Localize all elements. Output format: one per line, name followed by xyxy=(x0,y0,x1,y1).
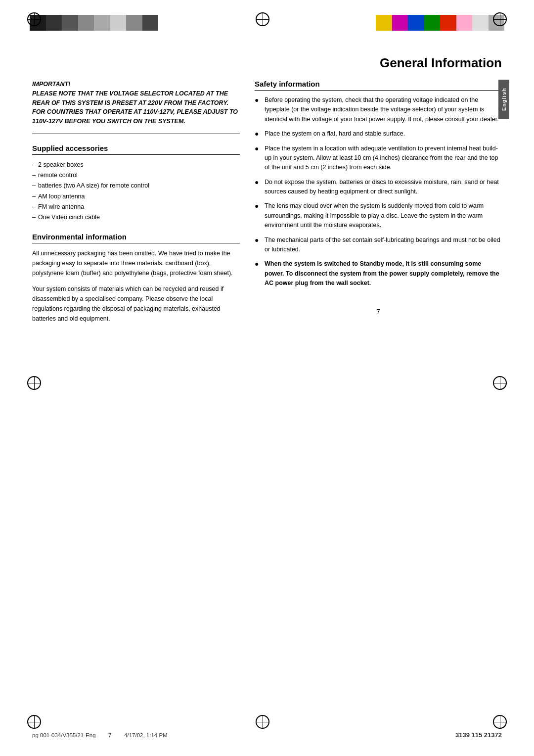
reg-mark-bottom-right xyxy=(493,715,507,729)
footer-center-page: 7 xyxy=(108,732,111,738)
supplied-accessories-heading: Supplied accessories xyxy=(32,144,240,155)
reg-mark-top-center xyxy=(256,12,269,26)
safety-list: Before operating the system, check that … xyxy=(255,95,502,288)
environmental-text-1: All unnecessary packaging has been omitt… xyxy=(32,248,240,278)
list-item: The mechanical parts of the set contain … xyxy=(255,236,502,255)
important-text: PLEASE NOTE THAT THE VOLTAGE SELECTOR LO… xyxy=(32,90,238,125)
reg-mark-top-right xyxy=(493,12,507,26)
reg-mark-bottom-center xyxy=(256,715,269,729)
list-item: The lens may cloud over when the system … xyxy=(255,201,502,230)
reg-mark-mid-right xyxy=(493,376,507,390)
environmental-text-2: Your system consists of materials which … xyxy=(32,284,240,324)
accessories-list: 2 speaker boxes remote control batteries… xyxy=(32,160,240,223)
footer-date: 4/17/02, 1:14 PM xyxy=(124,732,168,738)
footer: pg 001-034/V355/21-Eng 7 4/17/02, 1:14 P… xyxy=(32,731,502,739)
list-item: Before operating the system, check that … xyxy=(255,95,502,124)
main-content: IMPORTANT! PLEASE NOTE THAT THE VOLTAGE … xyxy=(32,80,502,330)
list-item: remote control xyxy=(32,170,240,181)
safety-information-heading: Safety information xyxy=(255,80,502,91)
color-strip-right xyxy=(376,15,504,31)
list-item-standby: When the system is switched to Standby m… xyxy=(255,259,502,288)
list-item: Place the system on a flat, hard and sta… xyxy=(255,129,502,139)
footer-left: pg 001-034/V355/21-Eng 7 4/17/02, 1:14 P… xyxy=(32,732,168,738)
important-label: IMPORTANT! xyxy=(32,81,70,88)
important-notice: IMPORTANT! PLEASE NOTE THAT THE VOLTAGE … xyxy=(32,80,240,134)
reg-mark-mid-left xyxy=(27,376,41,390)
footer-pg-ref: pg 001-034/V355/21-Eng xyxy=(32,732,96,738)
footer-right: 3139 115 21372 xyxy=(455,731,502,739)
list-item: One Video cinch cable xyxy=(32,212,240,223)
list-item: FM wire antenna xyxy=(32,202,240,212)
list-item: 2 speaker boxes xyxy=(32,160,240,170)
reg-mark-bottom-left xyxy=(27,715,41,729)
left-column: IMPORTANT! PLEASE NOTE THAT THE VOLTAGE … xyxy=(32,80,240,330)
list-item: Place the system in a location with adeq… xyxy=(255,144,502,173)
reg-mark-top-left xyxy=(27,12,41,26)
right-column: English Safety information Before operat… xyxy=(255,80,502,330)
environmental-heading: Environmental information xyxy=(32,233,240,243)
list-item: batteries (two AA size) for remote contr… xyxy=(32,181,240,191)
color-strip-left xyxy=(30,15,158,31)
page-title: General Information xyxy=(0,55,502,75)
environmental-section: Environmental information All unnecessar… xyxy=(32,233,240,324)
list-item: AM loop antenna xyxy=(32,191,240,202)
page-number: 7 xyxy=(255,308,502,315)
list-item: Do not expose the system, batteries or d… xyxy=(255,178,502,197)
